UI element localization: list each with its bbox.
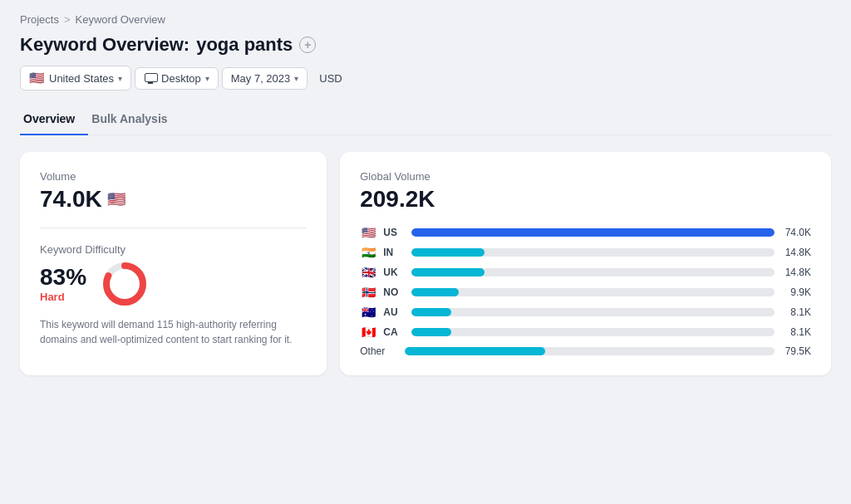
date-filter[interactable]: May 7, 2023 ▾ [222, 67, 308, 90]
bar-code: IN [383, 247, 405, 258]
bar-code: CA [383, 326, 405, 338]
device-chevron: ▾ [205, 74, 209, 83]
bar-fill [411, 288, 459, 296]
date-label: May 7, 2023 [231, 72, 291, 85]
gv-value: 209.2K [360, 186, 811, 213]
bar-track [411, 288, 775, 296]
kd-label: Keyword Difficulty [40, 243, 307, 256]
bars-container: 🇺🇸 US 74.0K 🇮🇳 IN 14.8K 🇬🇧 UK 14.8K 🇳🇴 N… [360, 226, 811, 357]
filters-row: 🇺🇸 United States ▾ Desktop ▾ May 7, 2023… [20, 66, 831, 91]
bar-flag: 🇬🇧 [360, 266, 376, 279]
country-label: United States [49, 72, 114, 85]
bar-fill [411, 228, 775, 237]
date-chevron: ▾ [294, 74, 298, 83]
bar-code: UK [383, 267, 405, 278]
bar-row-no: 🇳🇴 NO 9.9K [360, 286, 811, 299]
kd-description: This keyword will demand 115 high-author… [40, 317, 307, 347]
other-label: Other [360, 345, 398, 357]
bar-flag: 🇳🇴 [360, 286, 376, 299]
kd-percent: 83% [40, 264, 86, 291]
title-prefix: Keyword Overview: [20, 34, 189, 56]
bar-track [411, 248, 775, 257]
bar-track [411, 308, 775, 316]
bar-track [411, 268, 775, 276]
bar-value: 8.1K [781, 326, 811, 338]
volume-label: Volume [40, 170, 307, 183]
bar-row-ca: 🇨🇦 CA 8.1K [360, 325, 811, 339]
bar-fill [411, 268, 484, 276]
other-bar-track [405, 347, 775, 355]
other-bar-value: 79.5K [781, 345, 811, 357]
bar-row-us: 🇺🇸 US 74.0K [360, 226, 811, 239]
bar-flag: 🇺🇸 [360, 226, 376, 239]
bar-code: US [383, 227, 405, 238]
tabs-row: Overview Bulk Analysis [20, 105, 831, 135]
breadcrumb-current: Keyword Overview [76, 13, 165, 26]
bar-track [411, 228, 775, 237]
bar-code: NO [383, 286, 405, 298]
bar-fill [411, 248, 484, 257]
bar-track [411, 328, 775, 336]
cards-row: Volume 74.0K 🇺🇸 Keyword Difficulty 83% H… [20, 152, 831, 375]
kd-row: 83% Hard [40, 259, 307, 309]
bar-row-au: 🇦🇺 AU 8.1K [360, 306, 811, 319]
global-volume-card: Global Volume 209.2K 🇺🇸 US 74.0K 🇮🇳 IN 1… [340, 152, 831, 375]
volume-flag: 🇺🇸 [107, 190, 125, 208]
bar-flag: 🇮🇳 [360, 246, 376, 259]
kd-difficulty: Hard [40, 291, 86, 303]
bar-flag: 🇨🇦 [360, 325, 376, 339]
kd-donut [100, 259, 150, 309]
bar-flag: 🇦🇺 [360, 306, 376, 319]
bar-fill [411, 328, 451, 336]
volume-kd-card: Volume 74.0K 🇺🇸 Keyword Difficulty 83% H… [20, 152, 327, 375]
bar-code: AU [383, 306, 405, 318]
tab-overview[interactable]: Overview [20, 105, 88, 135]
tab-bulk-analysis[interactable]: Bulk Analysis [88, 105, 180, 135]
page-title: Keyword Overview: yoga pants + [20, 34, 831, 56]
device-filter[interactable]: Desktop ▾ [135, 67, 219, 90]
volume-value: 74.0K 🇺🇸 [40, 186, 307, 213]
desktop-icon [144, 73, 157, 84]
bar-value: 74.0K [781, 227, 811, 238]
breadcrumb-projects[interactable]: Projects [20, 13, 59, 26]
bar-value: 8.1K [781, 306, 811, 318]
country-filter[interactable]: 🇺🇸 United States ▾ [20, 66, 131, 91]
currency-display: USD [311, 68, 350, 89]
bar-value: 14.8K [781, 247, 811, 258]
bar-value: 14.8K [781, 267, 811, 278]
bar-row-uk: 🇬🇧 UK 14.8K [360, 266, 811, 279]
other-bar-fill [405, 347, 545, 355]
country-flag: 🇺🇸 [29, 71, 45, 86]
kd-percent-block: 83% Hard [40, 264, 86, 303]
bar-row-in: 🇮🇳 IN 14.8K [360, 246, 811, 259]
device-label: Desktop [161, 72, 201, 85]
bar-value: 9.9K [781, 286, 811, 298]
gv-label: Global Volume [360, 170, 811, 183]
bar-row-other: Other 79.5K [360, 345, 811, 357]
breadcrumb: Projects > Keyword Overview [20, 13, 831, 26]
card-divider [40, 228, 307, 228]
breadcrumb-separator: > [64, 13, 71, 26]
bar-fill [411, 308, 451, 316]
keyword-text: yoga pants [196, 34, 293, 56]
add-keyword-button[interactable]: + [299, 37, 316, 53]
country-chevron: ▾ [118, 74, 122, 83]
